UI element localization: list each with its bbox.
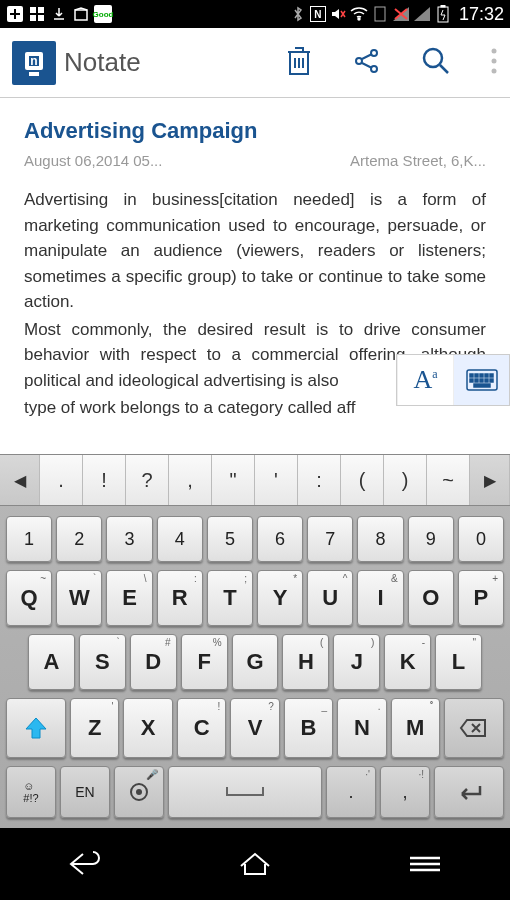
- svg-point-19: [492, 48, 497, 53]
- svg-rect-9: [441, 5, 445, 7]
- bottom-row: ☺#!? EN 🎤 .·' ,·!: [6, 766, 504, 818]
- key-n[interactable]: N.: [337, 698, 386, 758]
- punct-key[interactable]: ): [384, 455, 427, 505]
- backspace-key[interactable]: [444, 698, 504, 758]
- punct-key[interactable]: (: [341, 455, 384, 505]
- key-c[interactable]: C!: [177, 698, 226, 758]
- settings-voice-key[interactable]: 🎤: [114, 766, 164, 818]
- keyboard-toggle-button[interactable]: [453, 355, 509, 405]
- key-9[interactable]: 9: [408, 516, 454, 562]
- status-bar: Good N 17:32: [0, 0, 510, 28]
- svg-rect-28: [470, 379, 473, 382]
- key-u[interactable]: U^: [307, 570, 353, 626]
- key-g[interactable]: G: [232, 634, 279, 690]
- key-a[interactable]: A: [28, 634, 75, 690]
- svg-point-6: [358, 18, 360, 20]
- key-k[interactable]: K-: [384, 634, 431, 690]
- key-r[interactable]: R:: [157, 570, 203, 626]
- key-j[interactable]: J): [333, 634, 380, 690]
- key-o[interactable]: O: [408, 570, 454, 626]
- key-q[interactable]: Q~: [6, 570, 52, 626]
- svg-rect-26: [485, 374, 488, 377]
- qwerty-row-1: Q~ W` E\ R: T; Y* U^ I& O P+: [6, 570, 504, 626]
- svg-rect-2: [38, 7, 44, 13]
- key-4[interactable]: 4: [157, 516, 203, 562]
- format-toolbar: Aa: [396, 354, 510, 406]
- key-v[interactable]: V?: [230, 698, 279, 758]
- wifi-icon: [350, 5, 368, 23]
- home-button[interactable]: [230, 844, 280, 884]
- punct-key[interactable]: !: [83, 455, 126, 505]
- search-icon[interactable]: [420, 45, 452, 81]
- punct-key[interactable]: ~: [427, 455, 470, 505]
- svg-rect-1: [30, 7, 36, 13]
- key-x[interactable]: X: [123, 698, 172, 758]
- enter-key[interactable]: [434, 766, 504, 818]
- trash-icon[interactable]: [284, 44, 314, 82]
- punct-key[interactable]: :: [298, 455, 341, 505]
- key-1[interactable]: 1: [6, 516, 52, 562]
- key-y[interactable]: Y*: [257, 570, 303, 626]
- key-6[interactable]: 6: [257, 516, 303, 562]
- sim-icon: [371, 5, 389, 23]
- punct-key[interactable]: ,: [169, 455, 212, 505]
- svg-point-35: [136, 789, 142, 795]
- share-icon[interactable]: [352, 46, 382, 80]
- key-z[interactable]: Z': [70, 698, 119, 758]
- svg-text:n: n: [30, 54, 37, 68]
- punct-right-arrow[interactable]: ▶: [470, 455, 510, 505]
- punct-key[interactable]: ': [255, 455, 298, 505]
- more-icon[interactable]: [490, 47, 498, 79]
- svg-point-20: [492, 58, 497, 63]
- svg-rect-29: [475, 379, 478, 382]
- back-button[interactable]: [60, 844, 110, 884]
- svg-rect-30: [480, 379, 483, 382]
- app-title: Notate: [64, 47, 141, 78]
- nfc-icon: N: [310, 6, 326, 22]
- clock-time: 17:32: [459, 4, 504, 25]
- svg-rect-4: [38, 15, 44, 21]
- good-badge-icon: Good: [94, 5, 112, 23]
- key-0[interactable]: 0: [458, 516, 504, 562]
- punct-key[interactable]: ": [212, 455, 255, 505]
- punctuation-row: ◀ . ! ? , " ' : ( ) ~ ▶: [0, 454, 510, 506]
- key-w[interactable]: W`: [56, 570, 102, 626]
- qwerty-row-3: Z' X C! V? B_ N. M̊: [6, 698, 504, 758]
- android-nav-bar: [0, 828, 510, 900]
- download-icon: [50, 5, 68, 23]
- mute-icon: [329, 5, 347, 23]
- battery-icon: [434, 5, 452, 23]
- key-2[interactable]: 2: [56, 516, 102, 562]
- key-f[interactable]: F%: [181, 634, 228, 690]
- note-para: Advertising in business[citation needed]…: [24, 187, 486, 315]
- key-8[interactable]: 8: [357, 516, 403, 562]
- language-key[interactable]: EN: [60, 766, 110, 818]
- symbols-key[interactable]: ☺#!?: [6, 766, 56, 818]
- key-i[interactable]: I&: [357, 570, 403, 626]
- comma-key[interactable]: ,·!: [380, 766, 430, 818]
- svg-rect-32: [490, 379, 493, 382]
- key-e[interactable]: E\: [106, 570, 152, 626]
- app-logo-icon[interactable]: n: [12, 41, 56, 85]
- period-key[interactable]: .·': [326, 766, 376, 818]
- space-key[interactable]: [168, 766, 322, 818]
- key-7[interactable]: 7: [307, 516, 353, 562]
- key-m[interactable]: M̊: [391, 698, 440, 758]
- recent-button[interactable]: [400, 844, 450, 884]
- key-h[interactable]: H(: [282, 634, 329, 690]
- key-5[interactable]: 5: [207, 516, 253, 562]
- key-l[interactable]: L": [435, 634, 482, 690]
- key-d[interactable]: D#: [130, 634, 177, 690]
- key-p[interactable]: P+: [458, 570, 504, 626]
- punct-left-arrow[interactable]: ◀: [0, 455, 40, 505]
- key-3[interactable]: 3: [106, 516, 152, 562]
- punct-key[interactable]: ?: [126, 455, 169, 505]
- key-s[interactable]: S`: [79, 634, 126, 690]
- shift-key[interactable]: [6, 698, 66, 758]
- font-format-button[interactable]: Aa: [397, 355, 453, 405]
- bluetooth-icon: [289, 5, 307, 23]
- key-b[interactable]: B_: [284, 698, 333, 758]
- svg-rect-7: [375, 7, 385, 21]
- punct-key[interactable]: .: [40, 455, 83, 505]
- key-t[interactable]: T;: [207, 570, 253, 626]
